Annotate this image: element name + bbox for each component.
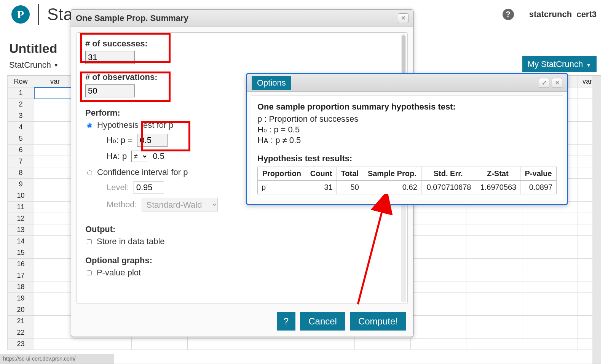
col-z-stat: Z-Stat [475,167,520,181]
caret-down-icon: ▼ [53,62,59,68]
col-sample-prop: Sample Prop. [363,167,421,181]
graphs-label: Optional graphs: [85,256,399,265]
column-header[interactable]: var [34,76,76,87]
brand-divider [38,4,39,25]
cell-selected[interactable] [34,87,76,99]
results-h0-line: H₀ : p = 0.5 [257,125,557,135]
my-statcrunch-button[interactable]: My StatCrunch▼ [522,56,597,72]
ha-value: 0.5 [153,151,164,161]
dialog-footer: ? Cancel Compute! [71,309,413,331]
expand-icon[interactable]: ⤢ [539,78,549,88]
col-std-err: Std. Err. [421,167,475,181]
results-table: Proportion Count Total Sample Prop. Std.… [257,167,557,194]
row-number[interactable]: 10 [8,190,34,202]
output-label: Output: [85,224,399,234]
method-select: Standard-Wald [142,198,218,211]
statcrunch-menu[interactable]: StatCrunch ▼ [9,60,59,70]
pearson-logo: P [11,5,30,24]
row-number[interactable]: 17 [8,270,34,281]
close-icon[interactable]: ✕ [552,78,562,88]
row-number[interactable]: 4 [8,122,34,133]
row-number[interactable]: 19 [8,293,34,304]
level-input[interactable] [134,181,164,194]
successes-input[interactable] [85,51,135,64]
options-button[interactable]: Options [252,76,291,90]
observations-input[interactable] [85,84,135,97]
h0-label: H₀: p = [107,135,132,145]
row-number[interactable]: 23 [8,339,34,350]
col-proportion: Proportion [258,167,306,181]
pvalue-plot-checkbox[interactable] [87,270,92,275]
cell-sample-prop: 0.62 [363,181,421,194]
dialog-title: One Sample Prop. Summary [76,13,188,23]
row-number[interactable]: 2 [8,99,34,110]
h0-value-input[interactable] [137,134,168,147]
results-heading: One sample proportion summary hypothesis… [257,102,557,112]
row-number[interactable]: 13 [8,224,34,236]
username-label[interactable]: statcrunch_cert3 [529,10,597,19]
row-number[interactable]: 22 [8,327,34,339]
pvalue-plot-label: P-value plot [97,268,141,278]
ha-label: Hᴀ: p [107,151,127,161]
document-title: Untitled [9,41,57,56]
row-number[interactable]: 16 [8,259,34,270]
results-table-heading: Hypothesis test results: [257,154,557,164]
row-number[interactable]: 20 [8,304,34,316]
ci-radio[interactable] [87,170,92,175]
ci-radio-label: Confidence interval for p [97,167,188,177]
row-number[interactable]: 15 [8,247,34,259]
pvalue-plot-row[interactable]: P-value plot [85,268,399,278]
compute-button[interactable]: Compute! [350,312,406,331]
row-number[interactable]: 5 [8,133,34,145]
col-p-value: P-value [520,167,557,181]
row-number[interactable]: 14 [8,236,34,247]
close-icon[interactable]: ✕ [398,13,409,23]
cancel-button[interactable]: Cancel [300,312,345,331]
row-header: Row [8,76,34,87]
hypothesis-radio[interactable] [87,123,92,128]
row-number[interactable]: 12 [8,213,34,224]
row-number[interactable]: 9 [8,179,34,190]
cell-p-value: 0.0897 [520,181,557,194]
hypothesis-radio-label: Hypothesis test for p [97,120,174,130]
col-total: Total [337,167,363,181]
store-label: Store in data table [97,237,165,246]
row-number[interactable]: 3 [8,110,34,122]
results-titlebar[interactable]: Options ⤢ ✕ [247,74,567,92]
row-number[interactable]: 8 [8,167,34,179]
results-body: One sample proportion summary hypothesis… [251,95,563,200]
help-button[interactable]: ? [277,312,295,331]
cell-std-err: 0.070710678 [421,181,475,194]
vertical-scrollbar[interactable] [592,76,601,364]
help-icon[interactable]: ? [503,9,514,20]
caret-down-icon: ▼ [586,62,591,68]
results-dialog[interactable]: Options ⤢ ✕ One sample proportion summar… [246,73,568,205]
results-p-line: p : Proportion of successes [257,114,557,124]
method-label: Method: [107,200,137,210]
row-number[interactable]: 1 [8,87,34,99]
cell-proportion: p [258,181,306,194]
row-number[interactable]: 18 [8,281,34,293]
row-number[interactable]: 21 [8,316,34,327]
store-check-row[interactable]: Store in data table [85,237,399,246]
results-ha-line: Hᴀ : p ≠ 0.5 [257,135,557,145]
cell-total: 50 [337,181,363,194]
pearson-logo-letter: P [17,8,24,21]
store-checkbox[interactable] [87,239,92,244]
status-bar: https://sc-ui-cert.dev.prsn.com/ [0,354,114,364]
successes-label: # of successes: [85,39,399,49]
results-row: p 31 50 0.62 0.070710678 1.6970563 0.089… [258,181,557,194]
row-number[interactable]: 11 [8,202,34,213]
dialog-titlebar[interactable]: One Sample Prop. Summary ✕ [71,10,413,27]
cell-count: 31 [306,181,337,194]
cell-z-stat: 1.6970563 [475,181,520,194]
row-number[interactable]: 7 [8,156,34,167]
level-label: Level: [107,183,129,192]
ha-operator-select[interactable]: ≠ [131,151,148,162]
row-number[interactable]: 6 [8,145,34,156]
col-count: Count [306,167,337,181]
